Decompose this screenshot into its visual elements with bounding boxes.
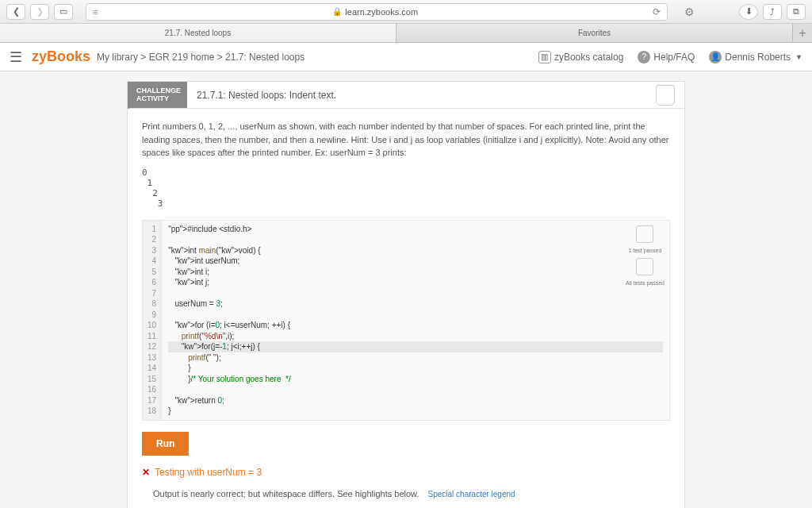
test-result-text: Testing with userNum = 3: [155, 467, 262, 478]
activity-header: CHALLENGE ACTIVITY 21.7.1: Nested loops:…: [128, 82, 684, 109]
code-editor[interactable]: 123456789101112131415161718 "pp">#includ…: [142, 220, 670, 421]
share-icon[interactable]: ⤴: [763, 4, 782, 20]
prompt-text: Print numbers 0, 1, 2, ..., userNum as s…: [142, 120, 670, 160]
activity-box: CHALLENGE ACTIVITY 21.7.1: Nested loops:…: [127, 81, 685, 508]
url-text: learn.zybooks.com: [345, 7, 418, 17]
output-message: Output is nearly correct; but whitespace…: [142, 489, 670, 498]
user-menu[interactable]: 👤Dennis Roberts▼: [709, 51, 802, 64]
activity-body: Print numbers 0, 1, 2, ..., userNum as s…: [128, 109, 684, 508]
reader-icon: ≡: [93, 7, 98, 17]
back-button[interactable]: ❮: [6, 4, 25, 20]
tab-nested-loops[interactable]: 21.7. Nested loops: [0, 24, 396, 42]
sidebar-button[interactable]: ▭: [54, 4, 73, 20]
help-icon: ?: [638, 51, 650, 64]
test-result: ✕ Testing with userNum = 3: [142, 467, 670, 478]
run-button[interactable]: Run: [142, 432, 189, 456]
bookmark-icon[interactable]: [656, 85, 675, 106]
badge-one-test-label: 1 test passed: [629, 248, 662, 254]
fail-icon: ✕: [142, 467, 150, 478]
user-icon: 👤: [709, 51, 722, 64]
download-icon[interactable]: ⬇: [739, 4, 758, 20]
breadcrumb[interactable]: My library > EGR 219 home > 21.7: Nested…: [97, 52, 304, 63]
tab-strip: 21.7. Nested loops Favorites +: [0, 24, 812, 43]
challenge-label: CHALLENGE ACTIVITY: [130, 82, 187, 108]
logo[interactable]: zyBooks: [32, 48, 90, 65]
example-output: 0 1 2 3: [142, 167, 670, 209]
browser-toolbar: ❮ ❯ ▭ ≡ 🔒 learn.zybooks.com ⟳ ⚙ ⬇ ⤴ ⧉: [0, 0, 812, 24]
settings-icon[interactable]: ⚙: [680, 3, 698, 21]
lock-icon: 🔒: [332, 7, 342, 16]
forward-button[interactable]: ❯: [30, 4, 49, 20]
refresh-icon[interactable]: ⟳: [653, 6, 661, 17]
chevron-down-icon: ▼: [795, 53, 802, 61]
catalog-link[interactable]: ▥zyBooks catalog: [538, 51, 623, 64]
menu-icon[interactable]: ☰: [10, 48, 22, 66]
legend-link[interactable]: Special character legend: [428, 490, 515, 498]
content-area: CHALLENGE ACTIVITY 21.7.1: Nested loops:…: [0, 71, 812, 508]
tab-favorites[interactable]: Favorites: [396, 24, 793, 42]
badge-all-tests-label: All tests passed: [626, 280, 665, 287]
catalog-icon: ▥: [538, 51, 551, 64]
tabs-icon[interactable]: ⧉: [787, 4, 806, 20]
activity-title: 21.7.1: Nested loops: Indent text.: [187, 82, 336, 108]
test-badges: 1 test passed All tests passed: [626, 225, 665, 287]
url-bar[interactable]: ≡ 🔒 learn.zybooks.com ⟳: [86, 3, 668, 21]
badge-one-test: [636, 225, 653, 243]
code-text[interactable]: "pp">#include <stdio.h> "kw">int main("k…: [162, 221, 669, 420]
new-tab-button[interactable]: +: [793, 24, 812, 42]
badge-all-tests: [636, 258, 653, 275]
line-gutter: 123456789101112131415161718: [143, 221, 162, 420]
help-link[interactable]: ?Help/FAQ: [638, 51, 695, 64]
app-header: ☰ zyBooks My library > EGR 219 home > 21…: [0, 43, 812, 71]
